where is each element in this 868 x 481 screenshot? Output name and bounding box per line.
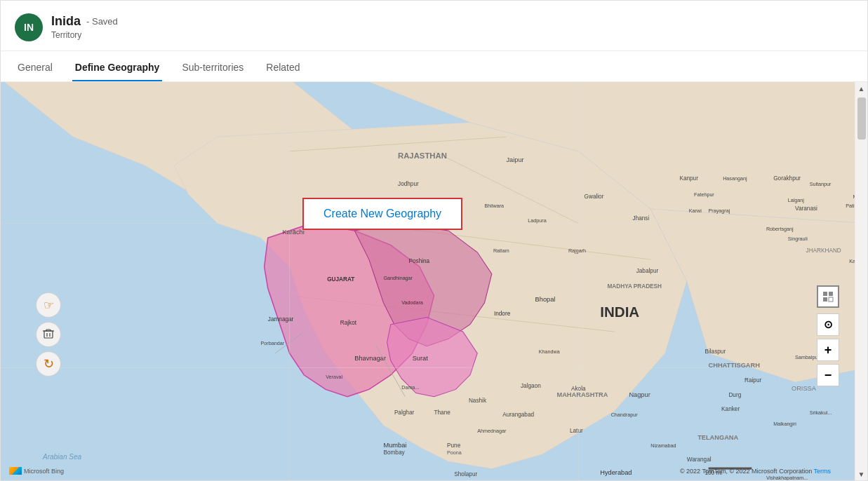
- svg-text:Hasanganj: Hasanganj: [723, 175, 747, 182]
- svg-text:Dama...: Dama...: [401, 384, 419, 391]
- svg-text:Jodhpur: Jodhpur: [398, 181, 419, 187]
- terms-link[interactable]: Terms: [814, 468, 832, 475]
- svg-text:Aurangabad: Aurangabad: [502, 412, 534, 418]
- avatar: IN: [15, 13, 43, 41]
- map-copyright: © 2022 TomTom, © 2022 Microsoft Corporat…: [680, 468, 831, 475]
- refresh-tool-button[interactable]: ↻: [36, 351, 61, 377]
- bing-icon: [9, 467, 22, 475]
- svg-text:Karāchi: Karāchi: [282, 229, 304, 236]
- svg-text:GUJARAT: GUJARAT: [327, 276, 354, 283]
- zoom-out-button[interactable]: −: [817, 364, 839, 386]
- svg-text:Gandhinagar: Gandhinagar: [383, 275, 413, 281]
- svg-text:Khandwa: Khandwa: [539, 348, 560, 355]
- map-toolbar: ☞ ↻: [36, 292, 61, 377]
- svg-text:TELANGANA: TELANGANA: [697, 434, 738, 441]
- map-container: Karāchi Hyderabad GUJARAT Jamnagar Rajko…: [1, 82, 867, 480]
- map-right-controls: ⊙ + −: [817, 285, 839, 386]
- scrollbar-thumb[interactable]: [857, 97, 866, 140]
- scroll-down-arrow[interactable]: ▼: [855, 468, 868, 480]
- svg-text:Fatehpur: Fatehpur: [694, 191, 714, 198]
- delete-icon: [43, 328, 54, 341]
- svg-text:Pati: Pati: [846, 203, 855, 209]
- svg-text:Vishakhapatnam...: Vishakhapatnam...: [766, 475, 808, 480]
- tab-related[interactable]: Related: [263, 62, 302, 81]
- svg-text:Jabalpur: Jabalpur: [636, 268, 659, 274]
- svg-text:Karwi: Karwi: [689, 208, 702, 214]
- svg-text:Rajkot: Rajkot: [340, 320, 357, 326]
- scrollbar: ▲ ▼: [855, 82, 867, 480]
- svg-text:Chandrapur: Chandrapur: [611, 412, 639, 418]
- svg-text:Surat: Surat: [413, 355, 429, 362]
- svg-text:ORISSA: ORISSA: [792, 385, 817, 392]
- svg-text:Kanpur: Kanpur: [679, 175, 698, 182]
- svg-text:Vadodara: Vadodara: [401, 299, 423, 306]
- record-name: Inida: [51, 14, 81, 29]
- svg-rect-93: [829, 297, 833, 302]
- tab-sub-territories[interactable]: Sub-territories: [179, 62, 246, 81]
- svg-text:CHHATTISGARH: CHHATTISGARH: [709, 363, 761, 370]
- svg-text:Jamnagar: Jamnagar: [268, 316, 294, 323]
- svg-text:Nizamabad: Nizamabad: [650, 442, 676, 449]
- svg-rect-91: [829, 292, 833, 296]
- bing-logo: Microsoft Bing: [9, 467, 64, 475]
- svg-text:Bilaspur: Bilaspur: [705, 348, 726, 355]
- svg-text:Bhopal: Bhopal: [535, 296, 556, 303]
- svg-text:Nagpur: Nagpur: [629, 391, 650, 398]
- svg-text:Indore: Indore: [494, 311, 511, 317]
- svg-text:Singrauli: Singrauli: [788, 236, 808, 242]
- svg-text:Ahmednagar: Ahmednagar: [477, 428, 507, 434]
- svg-text:RAJASTHAN: RAJASTHAN: [398, 151, 447, 160]
- tab-bar: General Define Geography Sub-territories…: [1, 51, 867, 82]
- svg-text:Porbandar: Porbandar: [261, 340, 285, 346]
- scroll-up-arrow[interactable]: ▲: [855, 82, 868, 95]
- svg-text:Raipur: Raipur: [745, 377, 761, 384]
- scrollbar-track[interactable]: [855, 95, 867, 468]
- locate-button[interactable]: ⊙: [817, 313, 839, 336]
- svg-text:Poona: Poona: [447, 449, 462, 456]
- svg-text:Malkangiri: Malkangiri: [773, 421, 796, 427]
- svg-text:Jaipur: Jaipur: [506, 156, 523, 163]
- svg-text:Kanker: Kanker: [721, 406, 740, 412]
- tab-general[interactable]: General: [15, 62, 55, 81]
- create-geography-button[interactable]: Create New Geography: [302, 198, 462, 230]
- map-background: Karāchi Hyderabad GUJARAT Jamnagar Rajko…: [1, 82, 867, 480]
- layers-button[interactable]: [817, 285, 839, 308]
- delete-tool-button[interactable]: [36, 322, 61, 347]
- record-type: Territory: [51, 30, 118, 40]
- svg-text:Lalganj: Lalganj: [788, 197, 805, 203]
- svg-text:Bhavnagar: Bhavnagar: [354, 355, 386, 362]
- svg-text:Jalgaon: Jalgaon: [521, 383, 541, 389]
- svg-text:Bombay: Bombay: [383, 449, 405, 456]
- header-info: Inida - Saved Territory: [51, 14, 118, 40]
- zoom-in-button[interactable]: +: [817, 339, 839, 361]
- svg-text:Palghar: Palghar: [394, 409, 415, 416]
- svg-text:Gorakhpur: Gorakhpur: [773, 175, 801, 182]
- svg-text:Varanasi: Varanasi: [795, 205, 817, 212]
- svg-text:Gwalior: Gwalior: [585, 194, 604, 200]
- svg-text:Robertsganj: Robertsganj: [766, 226, 794, 232]
- svg-text:Jhansi: Jhansi: [633, 215, 650, 222]
- arabian-sea-label: Arabian Sea: [43, 453, 81, 461]
- pan-icon: ☞: [44, 298, 54, 313]
- svg-rect-90: [823, 292, 827, 296]
- saved-status: - Saved: [86, 16, 118, 27]
- svg-text:Bhilwara: Bhilwara: [485, 203, 505, 209]
- svg-text:Pune: Pune: [447, 442, 461, 449]
- svg-text:Sultanpur: Sultanpur: [810, 181, 832, 187]
- tab-define-geography[interactable]: Define Geography: [72, 62, 163, 81]
- pan-tool-button[interactable]: ☞: [36, 292, 61, 318]
- zoom-out-icon: −: [824, 368, 832, 383]
- svg-text:Thane: Thane: [434, 409, 451, 416]
- svg-text:Rajgarh: Rajgarh: [568, 248, 586, 254]
- svg-text:Srikakul...: Srikakul...: [810, 409, 832, 416]
- svg-text:INDIA: INDIA: [600, 304, 639, 320]
- svg-rect-86: [44, 331, 53, 338]
- layers-icon: [822, 291, 834, 302]
- svg-text:MADHYA PRADESH: MADHYA PRADESH: [608, 283, 662, 290]
- svg-text:JHARKHAND: JHARKHAND: [806, 248, 841, 254]
- svg-text:Warangal: Warangal: [687, 456, 712, 463]
- app-container: IN Inida - Saved Territory General Defin…: [0, 0, 868, 481]
- svg-text:Latur: Latur: [570, 428, 583, 434]
- locate-icon: ⊙: [824, 318, 833, 331]
- svg-text:Mumbai: Mumbai: [383, 442, 406, 449]
